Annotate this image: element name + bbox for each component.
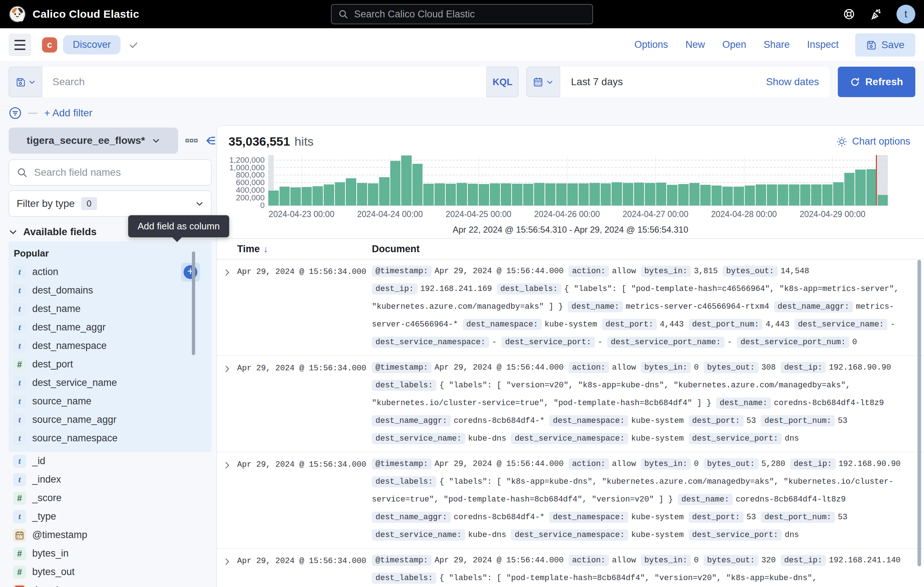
field-item-source_name_aggr[interactable]: tsource_name_aggr: [9, 410, 211, 429]
histogram-bar[interactable]: [822, 184, 833, 205]
histogram-bar[interactable]: [878, 195, 888, 205]
field-item-source_name[interactable]: tsource_name: [9, 392, 211, 410]
histogram-bar[interactable]: [844, 173, 855, 205]
field-item-bytes_in[interactable]: #bytes_in: [9, 544, 211, 563]
field-item-_score[interactable]: #_score: [9, 489, 211, 507]
menu-item-open[interactable]: Open: [722, 39, 746, 50]
field-item-source_namespace[interactable]: tsource_namespace: [9, 429, 211, 448]
histogram-bar[interactable]: [833, 182, 844, 205]
field-item-dest_name_aggr[interactable]: tdest_name_aggr: [9, 318, 211, 337]
field-item-dest_service_name[interactable]: tdest_service_name: [9, 374, 211, 392]
histogram-bar[interactable]: [412, 164, 423, 205]
histogram-bar[interactable]: [745, 185, 755, 205]
field-item-@timestamp[interactable]: @timestamp: [9, 526, 211, 544]
histogram-bar[interactable]: [678, 184, 689, 205]
histogram-bar[interactable]: [623, 183, 633, 205]
histogram-bar[interactable]: [478, 184, 489, 205]
histogram-bar[interactable]: [645, 183, 655, 205]
histogram-bar[interactable]: [423, 184, 434, 205]
histogram-bar[interactable]: [589, 183, 600, 205]
histogram-bar[interactable]: [523, 184, 534, 205]
user-avatar[interactable]: t: [896, 5, 915, 23]
field-item-_index[interactable]: t_index: [9, 470, 211, 489]
histogram-bar[interactable]: [667, 185, 677, 205]
add-field-as-column-button[interactable]: +: [181, 263, 200, 281]
histogram-bar[interactable]: [501, 184, 511, 205]
menu-item-options[interactable]: Options: [634, 39, 668, 50]
histogram-bar[interactable]: [778, 184, 788, 205]
histogram-bar[interactable]: [789, 184, 799, 205]
histogram-bar[interactable]: [390, 161, 401, 205]
breadcrumb-discover[interactable]: Discover: [63, 35, 120, 55]
histogram-bar[interactable]: [512, 184, 523, 205]
histogram-bar[interactable]: [767, 184, 777, 205]
histogram-bar[interactable]: [722, 187, 733, 205]
expand-row-button[interactable]: [217, 455, 237, 544]
field-item-dest_domains[interactable]: tdest_domains: [9, 281, 211, 300]
histogram-bar[interactable]: [568, 184, 578, 205]
expand-row-button[interactable]: [217, 359, 237, 448]
histogram-bar[interactable]: [855, 170, 866, 205]
field-item-bytes_out[interactable]: #bytes_out: [9, 563, 211, 581]
field-settings-icon[interactable]: [185, 137, 198, 145]
histogram-bar[interactable]: [545, 184, 556, 205]
histogram-bar[interactable]: [279, 187, 290, 205]
query-language-button[interactable]: KQL: [487, 67, 518, 97]
menu-hamburger-button[interactable]: [9, 34, 31, 56]
histogram-bar[interactable]: [534, 183, 544, 205]
sidebar-scrollbar-thumb[interactable]: [192, 251, 195, 355]
histogram-bar[interactable]: [634, 183, 645, 205]
field-item-dest_port[interactable]: #dest_port: [9, 355, 211, 374]
menu-item-share[interactable]: Share: [764, 39, 790, 50]
histogram-bar[interactable]: [556, 184, 567, 205]
histogram-bar[interactable]: [756, 184, 766, 205]
help-life-ring-icon[interactable]: [843, 8, 855, 20]
chart-options-button[interactable]: Chart options: [837, 136, 910, 147]
histogram-bar[interactable]: [401, 155, 412, 205]
histogram-bar[interactable]: [379, 177, 389, 205]
kql-search-input[interactable]: Search: [42, 67, 487, 97]
save-button[interactable]: Save: [855, 33, 915, 56]
histogram-bar[interactable]: [711, 185, 722, 205]
space-breadcrumb-chip[interactable]: c: [42, 37, 57, 53]
field-search-input[interactable]: Search field names: [9, 159, 211, 185]
add-filter-button[interactable]: + Add filter: [44, 107, 92, 119]
global-search-input[interactable]: Search Calico Cloud Elastic: [331, 4, 593, 24]
time-column-header[interactable]: Time ↓: [237, 243, 372, 255]
histogram-bar[interactable]: [302, 187, 312, 205]
filter-by-type-select[interactable]: Filter by type 0: [9, 190, 211, 217]
field-item-dest_ip[interactable]: IPdest_ip: [9, 581, 211, 587]
field-item-_id[interactable]: t_id: [9, 452, 211, 470]
show-dates-button[interactable]: Show dates: [766, 76, 819, 88]
histogram-bar[interactable]: [368, 184, 378, 205]
collapse-sidebar-icon[interactable]: [205, 135, 216, 146]
histogram-bar[interactable]: [312, 186, 323, 205]
expand-row-button[interactable]: [217, 552, 237, 587]
histogram-bar[interactable]: [346, 178, 356, 205]
histogram-bar[interactable]: [579, 184, 589, 205]
table-scrollbar-thumb[interactable]: [917, 260, 921, 566]
histogram-bar[interactable]: [434, 184, 445, 205]
refresh-button[interactable]: Refresh: [838, 67, 915, 97]
histogram-bar[interactable]: [601, 184, 611, 205]
time-range-value[interactable]: Last 7 days: [571, 76, 623, 88]
histogram-bar[interactable]: [457, 183, 467, 205]
histogram-bar[interactable]: [690, 183, 700, 205]
histogram-bar[interactable]: [490, 184, 500, 205]
histogram-bar[interactable]: [612, 182, 622, 205]
menu-item-inspect[interactable]: Inspect: [807, 39, 838, 50]
histogram-bar[interactable]: [866, 169, 877, 205]
saved-filters-icon[interactable]: [9, 106, 22, 119]
news-party-popper-icon[interactable]: [870, 8, 882, 20]
histogram-bar[interactable]: [734, 187, 744, 205]
menu-item-new[interactable]: New: [685, 39, 705, 50]
calico-cat-logo-icon[interactable]: [9, 5, 26, 23]
histogram-bar[interactable]: [468, 184, 478, 205]
histogram-bar[interactable]: [290, 187, 301, 205]
histogram-bar[interactable]: [656, 183, 667, 205]
field-item-action[interactable]: taction+: [9, 263, 211, 281]
field-item-dest_namespace[interactable]: tdest_namespace: [9, 337, 211, 355]
histogram-bar[interactable]: [335, 182, 345, 205]
histogram-bar[interactable]: [811, 184, 822, 205]
sort-descending-icon[interactable]: ↓: [264, 244, 268, 255]
